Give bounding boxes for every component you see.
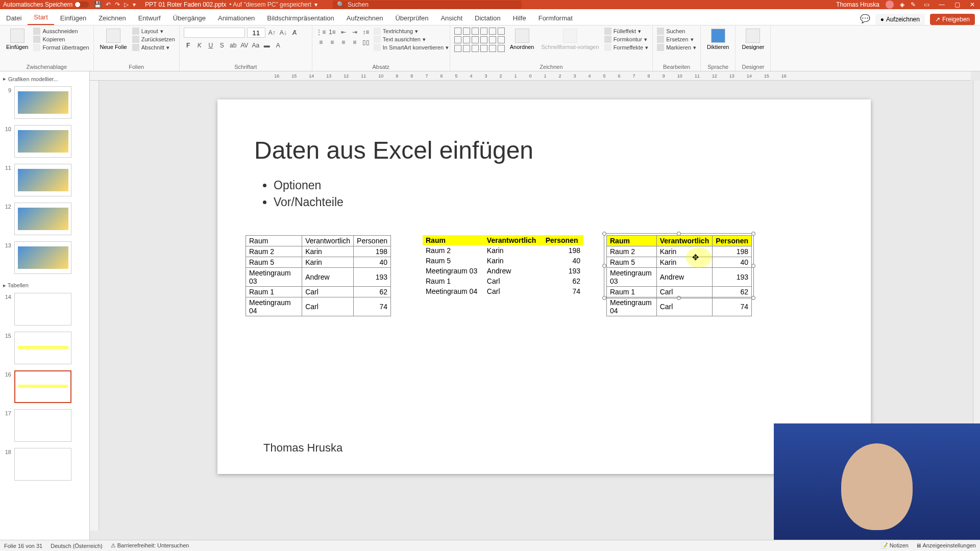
align-left-icon[interactable]: ≡: [316, 38, 326, 47]
align-right-icon[interactable]: ≡: [339, 38, 348, 47]
slide-thumbnail[interactable]: [14, 86, 71, 119]
arrange-button[interactable]: Anordnen: [508, 28, 536, 51]
tab-animationen[interactable]: Animationen: [212, 11, 261, 25]
undo-icon[interactable]: ↶: [106, 1, 111, 8]
tab-dictation[interactable]: Dictation: [469, 11, 507, 25]
toggle-switch-icon[interactable]: [75, 2, 89, 8]
slide-thumbnail[interactable]: [14, 203, 71, 235]
tab-uebergaenge[interactable]: Übergänge: [167, 11, 212, 25]
slide-thumbnails-panel[interactable]: ▸ Grafiken modellier... 910111213▸ Tabel…: [0, 71, 90, 540]
section-header[interactable]: ▸ Tabellen: [2, 280, 87, 291]
select-button[interactable]: Markieren ▾: [657, 44, 696, 51]
slide-title[interactable]: Daten aus Excel einfügen: [254, 136, 533, 164]
close-button[interactable]: ✕: [968, 1, 977, 8]
tab-bildschirm[interactable]: Bildschirmpräsentation: [261, 11, 340, 25]
minimize-button[interactable]: —: [937, 1, 946, 8]
format-painter-button[interactable]: Format übertragen: [33, 44, 89, 51]
designer-button[interactable]: Designer: [740, 28, 766, 51]
ribbon-options-icon[interactable]: ▭: [922, 1, 931, 8]
tab-start[interactable]: Start: [28, 10, 54, 25]
user-name[interactable]: Thomas Hruska: [836, 1, 879, 8]
bullets-icon[interactable]: ⋮≡: [316, 28, 326, 37]
copy-button[interactable]: Kopieren: [33, 36, 89, 43]
tab-einfuegen[interactable]: Einfügen: [54, 11, 92, 25]
more-qat-icon[interactable]: ▾: [133, 1, 136, 8]
line-spacing-icon[interactable]: ↕≡: [361, 28, 371, 37]
justify-icon[interactable]: ≡: [350, 38, 359, 47]
slide-thumbnail[interactable]: [14, 332, 71, 364]
share-button[interactable]: ↗ Freigeben: [930, 14, 975, 25]
grow-font-icon[interactable]: A↑: [267, 28, 277, 37]
font-size-select[interactable]: [247, 28, 265, 38]
accessibility-status[interactable]: ⚠ Barrierefreiheit: Untersuchen: [111, 542, 189, 549]
layout-button[interactable]: Layout ▾: [132, 28, 175, 35]
tab-aufzeichnen[interactable]: Aufzeichnen: [340, 11, 389, 25]
redo-icon[interactable]: ↷: [115, 1, 120, 8]
font-family-select[interactable]: [184, 28, 245, 38]
section-header[interactable]: ▸ Grafiken modellier...: [2, 73, 87, 84]
find-button[interactable]: Suchen: [657, 28, 696, 35]
italic-button[interactable]: K: [195, 41, 204, 50]
maximize-button[interactable]: ▢: [952, 1, 962, 8]
slide-thumbnail[interactable]: [14, 164, 71, 196]
columns-icon[interactable]: ▯▯: [361, 38, 371, 47]
indent-inc-icon[interactable]: ⇥: [350, 28, 359, 37]
comments-icon[interactable]: 💬: [860, 14, 870, 25]
autosave-toggle[interactable]: Automatisches Speichern: [3, 1, 89, 8]
tab-formformat[interactable]: Formformat: [532, 11, 579, 25]
document-name[interactable]: PPT 01 Roter Faden 002.pptx • Auf "diese…: [145, 1, 317, 8]
table-plain[interactable]: RaumVerantwortlichPersonenRaum 2Karin198…: [246, 235, 391, 316]
slide[interactable]: Daten aus Excel einfügen Optionen Vor/Na…: [217, 99, 871, 474]
replace-button[interactable]: Ersetzen ▾: [657, 36, 696, 43]
table-yellow-no-border[interactable]: RaumVerantwortlichPersonenRaum 2Karin198…: [423, 235, 583, 296]
underline-button[interactable]: U: [206, 41, 215, 50]
search-box[interactable]: 🔍 Suchen: [333, 1, 522, 9]
slide-thumbnail[interactable]: [14, 448, 71, 481]
indent-dec-icon[interactable]: ⇤: [339, 28, 348, 37]
user-avatar-icon[interactable]: [886, 1, 894, 9]
tab-hilfe[interactable]: Hilfe: [507, 11, 532, 25]
outline-button[interactable]: Formkontur ▾: [604, 36, 649, 43]
clear-format-icon[interactable]: A̸: [290, 28, 299, 37]
font-color-button[interactable]: A: [274, 41, 283, 50]
chevron-down-icon[interactable]: ▾: [314, 1, 317, 8]
highlight-color-button[interactable]: ▬: [262, 41, 272, 50]
slide-position[interactable]: Folie 16 von 31: [4, 543, 42, 549]
slide-thumbnail[interactable]: [14, 125, 71, 158]
fill-button[interactable]: Fülleffekt ▾: [604, 28, 649, 35]
slide-thumbnail[interactable]: [14, 409, 71, 442]
tab-entwurf[interactable]: Entwurf: [132, 11, 167, 25]
record-button[interactable]: ● Aufzeichnen: [875, 14, 925, 25]
dictate-button[interactable]: Diktieren: [705, 28, 731, 51]
slideshow-icon[interactable]: ▷: [124, 1, 129, 8]
shapes-gallery[interactable]: [454, 28, 505, 52]
reset-button[interactable]: Zurücksetzen: [132, 36, 175, 43]
new-slide-button[interactable]: Neue Folie: [98, 28, 129, 51]
tab-ueberpruefen[interactable]: Überprüfen: [389, 11, 434, 25]
section-button[interactable]: Abschnitt ▾: [132, 44, 175, 51]
display-settings-button[interactable]: 🖥 Anzeigeeinstellungen: [916, 542, 976, 549]
notes-button[interactable]: 📝 Notizen: [881, 542, 909, 549]
shrink-font-icon[interactable]: A↓: [279, 28, 288, 37]
slide-body[interactable]: Optionen Vor/Nachteile: [258, 179, 344, 212]
quickstyles-button[interactable]: Schnellformat-vorlagen: [540, 28, 601, 51]
slide-thumbnail[interactable]: [14, 370, 71, 403]
cut-button[interactable]: Ausschneiden: [33, 28, 89, 35]
language-status[interactable]: Deutsch (Österreich): [51, 543, 102, 549]
tab-zeichnen[interactable]: Zeichnen: [92, 11, 132, 25]
tab-datei[interactable]: Datei: [0, 11, 28, 25]
table-yellow-bordered[interactable]: RaumVerantwortlichPersonenRaum 2Karin198…: [606, 235, 752, 316]
effects-button[interactable]: Formeffekte ▾: [604, 44, 649, 51]
paste-button[interactable]: Einfügen: [4, 28, 30, 51]
slide-thumbnail[interactable]: [14, 241, 71, 274]
pen-icon[interactable]: ✎: [911, 1, 916, 8]
tab-ansicht[interactable]: Ansicht: [434, 11, 469, 25]
diamond-icon[interactable]: ◈: [900, 1, 904, 8]
shadow-button[interactable]: ab: [229, 41, 238, 50]
spacing-button[interactable]: AV: [240, 41, 249, 50]
bold-button[interactable]: F: [184, 41, 193, 50]
slide-thumbnail[interactable]: [14, 293, 71, 325]
save-icon[interactable]: 💾: [94, 1, 102, 8]
case-button[interactable]: Aa: [251, 41, 260, 50]
align-center-icon[interactable]: ≡: [328, 38, 337, 47]
